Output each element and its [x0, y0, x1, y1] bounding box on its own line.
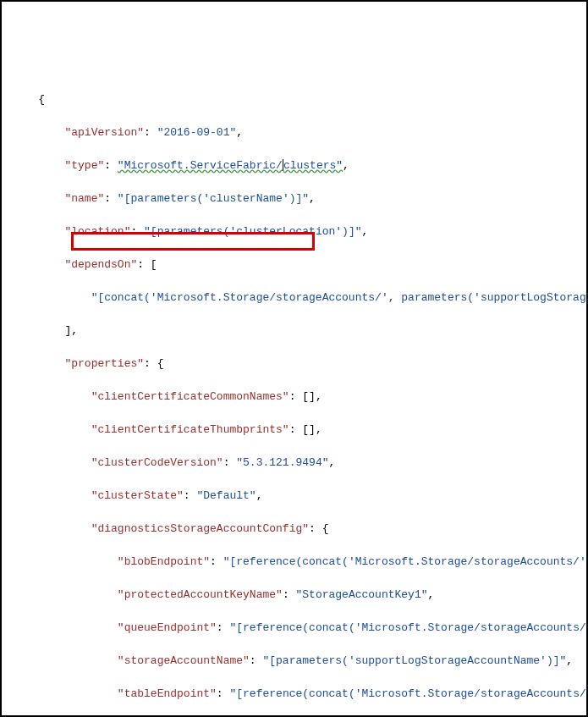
line-queue-endpoint: "queueEndpoint": "[reference(concat('Mic…: [12, 620, 576, 637]
line-cluster-code-version: "clusterCodeVersion": "5.3.121.9494",: [12, 455, 576, 472]
line-table-endpoint: "tableEndpoint": "[reference(concat('Mic…: [12, 686, 576, 703]
line-close-arr: ],: [12, 323, 576, 339]
line-name: "name": "[parameters('clusterName')]",: [12, 190, 576, 207]
line-type: "type": "Microsoft.ServiceFabric/cluster…: [12, 157, 576, 174]
line-apiversion: "apiVersion": "2016-09-01",: [12, 124, 576, 141]
line-storage-acct: "storageAccountName": "[parameters('supp…: [12, 653, 576, 670]
json-code-block: { "apiVersion": "2016-09-01", "type": "M…: [12, 74, 576, 717]
line-client-cert-thumb: "clientCertificateThumbprints": [],: [12, 422, 576, 438]
line-blob-endpoint: "blobEndpoint": "[reference(concat('Micr…: [12, 554, 576, 571]
line-cluster-state: "clusterState": "Default",: [12, 488, 576, 505]
line-brace-open: {: [12, 91, 576, 108]
line-dependson-val: "[concat('Microsoft.Storage/storageAccou…: [12, 290, 576, 306]
line-properties: "properties": {: [12, 356, 576, 372]
line-location: "location": "[parameters('clusterLocatio…: [12, 223, 576, 240]
line-dependson-key: "dependsOn": [: [12, 256, 576, 273]
line-diag-config: "diagnosticsStorageAccountConfig": {: [12, 521, 576, 538]
line-protected-key: "protectedAccountKeyName": "StorageAccou…: [12, 587, 576, 604]
line-client-cert-common: "clientCertificateCommonNames": [],: [12, 389, 576, 405]
